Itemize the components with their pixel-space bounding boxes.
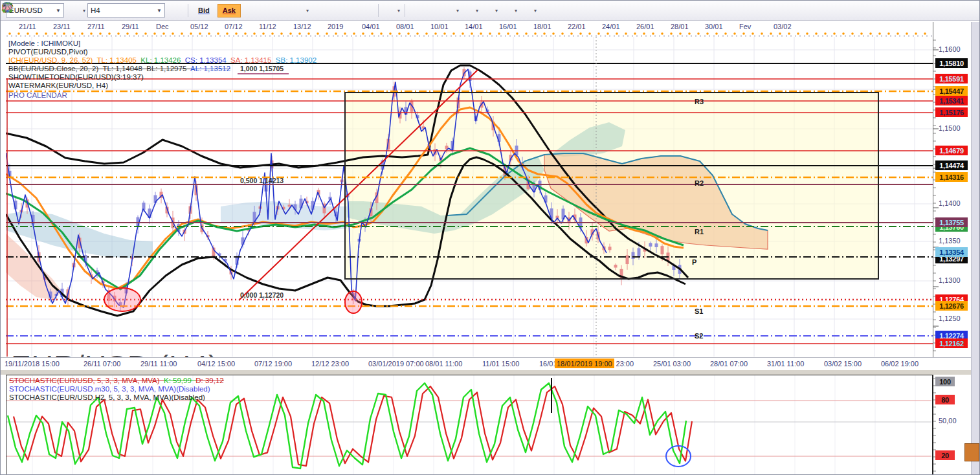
ruler-dropdown-caret[interactable]: ▾ <box>397 8 400 14</box>
stoch-legend-3: STOCHASTIC(EUR/USD.H2, 5, 3, 3, MVA, MVA… <box>9 393 205 401</box>
image-icon[interactable] <box>409 3 424 18</box>
link-icon[interactable] <box>68 3 83 18</box>
share-icon[interactable] <box>571 3 586 18</box>
stoch-axis-label: 50,00 <box>939 417 957 425</box>
trend-line-icon[interactable] <box>500 3 515 18</box>
stoch-axis-badge: 100 <box>935 377 955 386</box>
pitchfork-dropdown-caret[interactable]: ▾ <box>456 8 459 14</box>
pivot-label-s1: S1 <box>695 307 703 315</box>
top-axis-label: 23/11 <box>53 23 71 30</box>
bottom-axis-label: 04/12 15:00 <box>197 360 235 368</box>
price-badge: 1,15176 <box>935 107 968 117</box>
legend-model: [Modele : ICHIMOKU] <box>8 39 80 48</box>
price-badge: 1,14474 <box>935 160 968 170</box>
price-badge: 1,15591 <box>935 74 968 83</box>
top-axis-label: 10/01 <box>430 23 449 30</box>
frame-icon[interactable] <box>425 3 440 18</box>
price-badge: 1,12676 <box>935 301 968 311</box>
parallel-lines-icon[interactable] <box>461 3 476 18</box>
legend-ichimoku: ICH(EUR/USD, 9, 26, 52) TL: 1,13405 KL: … <box>8 56 317 65</box>
price-badge: 1,13354 <box>935 247 968 257</box>
symbol-combo[interactable]: EUR/USD▼ <box>6 3 64 17</box>
top-axis-label: 16/01 <box>499 23 517 30</box>
top-axis-label: 05/12 <box>190 23 208 30</box>
note-icon[interactable] <box>327 3 342 18</box>
ask-button[interactable]: Ask <box>217 4 241 17</box>
price-badge: 1,13755 <box>935 217 968 227</box>
top-axis-label: 30/01 <box>705 23 723 30</box>
top-axis-label: 26/01 <box>636 23 654 30</box>
zoom-in-icon[interactable] <box>259 3 274 18</box>
pin-icon[interactable] <box>587 3 602 18</box>
rotate-icon[interactable] <box>343 3 358 18</box>
price-chart-canvas[interactable] <box>6 37 933 357</box>
arrows-dropdown-caret[interactable]: ▾ <box>495 8 498 14</box>
symbol-combo-caret-icon[interactable]: ▼ <box>56 8 61 14</box>
trend-line-dropdown-caret[interactable]: ▾ <box>515 8 517 14</box>
bottom-axis-label: 28/01 07:00 <box>710 360 748 368</box>
price-badge: 1,15447 <box>935 86 968 96</box>
eraser-icon[interactable] <box>555 3 570 18</box>
search-dropdown-caret[interactable]: ▾ <box>306 8 309 14</box>
timeframe-combo-caret-icon[interactable]: ▼ <box>157 8 162 14</box>
symbol-combo-value: EUR/USD <box>9 6 50 14</box>
top-axis-label: 14/01 <box>465 23 483 30</box>
price-axis-label: 1,1500 <box>939 124 961 132</box>
text-abc-icon[interactable]: ABC <box>539 3 553 18</box>
bottom-axis-label: 07/12 19:00 <box>254 360 292 368</box>
pivot-label-r1: R1 <box>695 228 704 236</box>
ruler-icon[interactable] <box>383 3 397 18</box>
bottom-axis-label: 03/02 15:00 <box>824 360 862 368</box>
globe-icon[interactable] <box>359 3 374 18</box>
zoom-out-icon[interactable] <box>243 3 258 18</box>
toolbar-separator <box>378 4 379 17</box>
fibonacci-label: 0,500 1,14213 <box>240 177 284 184</box>
trading-platform-window: EUR/USD▼▾H4▼BidAsk▾▾▾▾▾▾▾ABC 21/1123/112… <box>0 0 980 475</box>
main-chart[interactable]: [Modele : ICHIMOKU] PIVOT(EUR/USD,Pivot)… <box>6 37 933 357</box>
stochastic-panel[interactable]: STOCHASTIC(EUR/USD, 5, 3, 3, MVA, MVA) K… <box>6 375 933 475</box>
top-axis-label: 29/11 <box>122 23 139 30</box>
top-axis-label: 07/12 <box>225 23 243 30</box>
ellipse-dropdown-caret[interactable]: ▾ <box>534 8 537 14</box>
search-icon[interactable] <box>291 3 306 18</box>
top-axis-label: 08/01 <box>396 23 414 30</box>
price-axis-label: 1,1250 <box>939 315 961 322</box>
top-axis-label: 18/01 <box>533 23 551 30</box>
zoom-cursor-icon[interactable] <box>275 3 290 18</box>
arrows-icon[interactable] <box>480 3 495 18</box>
vertical-ruler-icon[interactable] <box>311 3 326 18</box>
ellipse-icon[interactable] <box>519 3 534 18</box>
parallel-lines-dropdown-caret[interactable]: ▾ <box>476 8 478 14</box>
top-date-axis: 21/1123/1127/1129/11Dec05/1207/1211/1213… <box>1 22 969 32</box>
legend-pro-calendar: PRO CALENDAR <box>8 91 67 100</box>
bid-button[interactable]: Bid <box>193 4 215 17</box>
pivot-label-r3: R3 <box>695 98 704 105</box>
top-axis-label: 22/01 <box>568 23 586 30</box>
top-axis-label: 27/11 <box>87 23 105 30</box>
price-axis-label: 1,1400 <box>939 199 961 207</box>
panel-splitter[interactable] <box>1 370 980 375</box>
stoch-legend-1: STOCHASTIC(EUR/USD, 5, 3, 3, MVA, MVA) K… <box>9 377 224 384</box>
pitchfork-icon[interactable] <box>441 3 456 18</box>
timeframe-combo[interactable]: H4▼ <box>87 3 165 17</box>
price-axis-label: 1,1350 <box>939 237 961 245</box>
bottom-axis-label: 25/01 03:00 <box>653 360 691 368</box>
right-scrollbar[interactable] <box>971 22 980 475</box>
chart-style-icon[interactable] <box>169 3 184 18</box>
stoch-legend-2: STOCHASTIC(EUR/USD.m30, 5, 3, 3, MVA, MV… <box>9 385 210 393</box>
top-axis-label: 11/12 <box>259 23 276 30</box>
price-badge: 1,14316 <box>935 172 968 182</box>
price-badge: 1,12162 <box>935 338 968 348</box>
price-badge: 1,15341 <box>935 96 968 105</box>
fibonacci-label: 1,000 1,15705 <box>240 65 284 72</box>
stoch-axis-badge: 20 <box>935 450 955 460</box>
bottom-axis-label: 19/11/2018 15:00 <box>5 360 60 368</box>
scrollbar-marker[interactable] <box>964 443 979 461</box>
price-axis-label: 1,1600 <box>939 45 961 53</box>
link-dropdown-caret[interactable]: ▾ <box>83 8 85 14</box>
bottom-axis-label: 29/11 11:00 <box>140 360 177 368</box>
pivot-label-r2: R2 <box>695 179 704 187</box>
legend-showtimetoend: SHOWTIMETOEND(EUR/USD)(3:19:37) <box>8 73 144 82</box>
price-axis[interactable]: 1,16001,15501,15001,14001,13501,13001,12… <box>933 22 971 370</box>
bottom-axis-label: 06/02 19:00 <box>881 360 919 368</box>
